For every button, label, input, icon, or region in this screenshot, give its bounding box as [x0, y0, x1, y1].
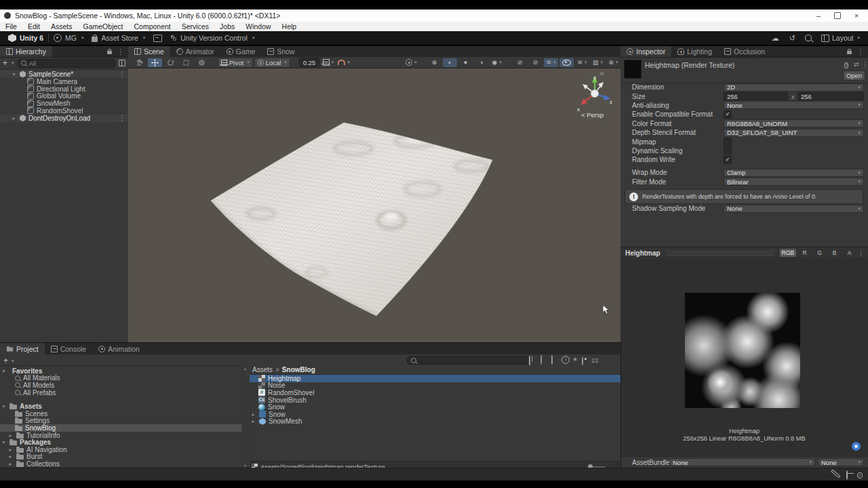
- project-search-input[interactable]: [407, 356, 532, 365]
- file-row[interactable]: Cs ShovelBrush: [250, 396, 620, 404]
- package-manager-button[interactable]: [153, 35, 162, 42]
- gizmos-dropdown[interactable]: ⊕▾: [606, 58, 620, 67]
- menu-gameobject[interactable]: GameObject: [78, 22, 129, 30]
- depth-stencil-dropdown[interactable]: D32_SFLOAT_S8_UINT▾: [724, 129, 864, 137]
- expand-icon[interactable]: ▸: [11, 115, 17, 121]
- hidden-count-eye-icon[interactable]: [582, 357, 583, 365]
- lock-icon[interactable]: [847, 51, 852, 54]
- assetbundle-dropdown[interactable]: None▾: [669, 458, 815, 466]
- draw-mode-dropdown[interactable]: ▾: [404, 58, 418, 67]
- row-menu-icon[interactable]: ⋮: [119, 115, 125, 122]
- version-control-dropdown[interactable]: Unity Version Control ▾: [170, 34, 254, 42]
- grid-size-field[interactable]: 0.25: [299, 58, 320, 67]
- hierarchy-search-input[interactable]: All: [17, 59, 116, 68]
- scene-viewport[interactable]: y x z < Persp: [128, 68, 620, 342]
- assetbundle-variant-dropdown[interactable]: None▾: [818, 458, 864, 466]
- menu-window[interactable]: Window: [240, 22, 276, 30]
- tab-project[interactable]: Project: [0, 343, 45, 354]
- hierarchy-item[interactable]: RandomShovel: [0, 107, 128, 115]
- wrap-mode-dropdown[interactable]: Clamp▾: [724, 169, 864, 177]
- tab-inspector[interactable]: Inspector: [620, 46, 671, 57]
- antialiasing-dropdown[interactable]: None▾: [724, 101, 864, 109]
- help-icon[interactable]: ?: [844, 60, 848, 69]
- hierarchy-item[interactable]: Directional Light: [0, 85, 128, 93]
- dimension-dropdown[interactable]: 2D▾: [724, 83, 864, 92]
- dynamic-scaling-checkbox[interactable]: [724, 146, 732, 155]
- random-write-checkbox[interactable]: ✓: [724, 156, 732, 164]
- tree-folder[interactable]: ▸Collections: [0, 460, 242, 468]
- visibility-toggle-button[interactable]: [559, 58, 574, 67]
- menu-component[interactable]: Component: [128, 22, 176, 30]
- row-menu-icon[interactable]: ⋮: [119, 70, 125, 78]
- audio-mute-button[interactable]: ⊘: [513, 58, 527, 67]
- info-filter-icon[interactable]: !: [561, 356, 570, 364]
- file-row-selected[interactable]: Heightmap: [250, 375, 620, 382]
- tree-folder-selected[interactable]: SnowBlog: [0, 424, 242, 432]
- minimize-button[interactable]: –: [814, 12, 823, 20]
- cloud-icon[interactable]: ☁: [772, 34, 779, 43]
- menu-jobs[interactable]: Jobs: [214, 22, 240, 30]
- tree-folder[interactable]: Settings: [0, 418, 242, 425]
- hierarchy-dontdestroy-row[interactable]: ▸ DontDestroyOnLoad ⋮: [0, 115, 128, 122]
- tab-animation[interactable]: Animation: [92, 343, 146, 354]
- menu-help[interactable]: Help: [277, 22, 302, 30]
- hand-tool-button[interactable]: [132, 58, 146, 67]
- favorites-item[interactable]: All Models: [0, 382, 242, 389]
- filter-mode-dropdown[interactable]: Bilinear▾: [724, 178, 864, 186]
- hierarchy-menu-icon[interactable]: ⋮: [117, 48, 124, 56]
- tab-animator[interactable]: Animator: [170, 46, 220, 57]
- tab-lighting[interactable]: Lighting: [671, 46, 718, 57]
- menu-edit[interactable]: Edit: [22, 22, 45, 30]
- tab-occlusion[interactable]: Occlusion: [718, 46, 771, 57]
- mipmap-checkbox[interactable]: [724, 138, 732, 146]
- handle-rotation-dropdown[interactable]: Local ▾: [254, 58, 290, 68]
- close-button[interactable]: ×: [852, 12, 861, 20]
- grid-visibility-dropdown[interactable]: ▾: [321, 58, 335, 67]
- search-icon[interactable]: [805, 35, 812, 41]
- open-in-window-icon[interactable]: [529, 356, 530, 365]
- channel-r-button[interactable]: R: [798, 249, 811, 257]
- favorites-item[interactable]: All Materials: [0, 375, 242, 382]
- presets-icon[interactable]: ⇄: [854, 61, 859, 68]
- preview-drag-handle[interactable]: [666, 251, 774, 256]
- label-icon[interactable]: [551, 356, 553, 364]
- open-button[interactable]: Open: [843, 70, 865, 81]
- create-asset-button[interactable]: +: [3, 356, 8, 365]
- breadcrumb-current[interactable]: SnowBlog: [282, 366, 315, 373]
- lighting-toggle-button[interactable]: ◐: [443, 58, 457, 67]
- account-dropdown[interactable]: MG ▾: [54, 34, 83, 42]
- compatible-format-checkbox[interactable]: ✓: [724, 110, 732, 119]
- tree-folder[interactable]: ▸AI Navigation: [0, 446, 242, 453]
- camera-dropdown[interactable]: ≋▾: [575, 58, 589, 67]
- move-tool-button[interactable]: [148, 58, 162, 67]
- channel-b-button[interactable]: B: [828, 249, 841, 257]
- favorites-root[interactable]: ▾ Favorites: [0, 367, 242, 375]
- pivot-dropdown[interactable]: Pivot ▾: [218, 58, 253, 68]
- tab-hierarchy[interactable]: Hierarchy: [0, 46, 52, 57]
- channel-rgb-button[interactable]: RGB: [780, 249, 796, 257]
- hierarchy-item[interactable]: SnowMesh: [0, 100, 128, 107]
- tab-console[interactable]: Console: [45, 343, 93, 354]
- menu-assets[interactable]: Assets: [45, 22, 78, 30]
- package-visibility-icon[interactable]: [540, 356, 542, 364]
- undo-history-icon[interactable]: ↺: [789, 34, 795, 43]
- file-row[interactable]: Snow: [250, 403, 620, 411]
- file-row[interactable]: ▸ SnowMesh: [250, 418, 620, 426]
- size-height-field[interactable]: 256: [797, 92, 864, 100]
- tree-folder[interactable]: Scenes: [0, 410, 242, 418]
- tree-folder[interactable]: ▸TutorialInfo: [0, 432, 242, 439]
- channel-g-button[interactable]: G: [813, 249, 826, 257]
- fog-toggle-button[interactable]: ◑: [474, 58, 488, 67]
- transform-tool-button[interactable]: [195, 58, 209, 67]
- add-object-button[interactable]: +: [3, 58, 7, 68]
- notification-dot-icon[interactable]: [852, 442, 861, 451]
- hierarchy-scene-row[interactable]: ▾ SampleScene* ⋮: [0, 70, 128, 78]
- header-menu-icon[interactable]: ⋮: [862, 61, 868, 68]
- assets-root[interactable]: ▾ Assets: [0, 403, 242, 410]
- tab-scene[interactable]: Scene: [128, 46, 170, 57]
- progress-ok-icon[interactable]: ✓: [857, 470, 863, 479]
- projection-label[interactable]: < Persp: [581, 111, 604, 119]
- asset-store-dropdown[interactable]: Asset Store ▾: [92, 34, 145, 42]
- expand-icon[interactable]: ▾: [11, 71, 17, 77]
- cache-server-icon[interactable]: [846, 471, 848, 479]
